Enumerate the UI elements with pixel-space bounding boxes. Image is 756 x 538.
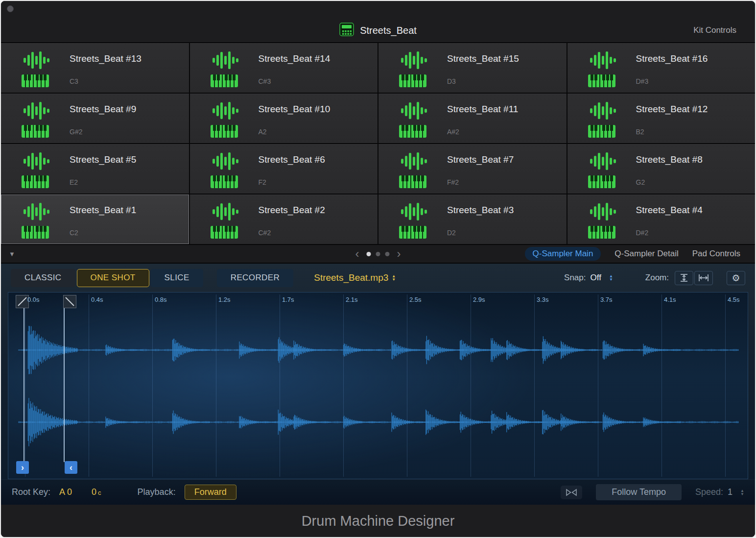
pad-name: Streets_Beat #13 bbox=[70, 53, 142, 64]
keyboard-icon bbox=[22, 175, 54, 190]
tab-q-sampler-main[interactable]: Q-Sampler Main bbox=[525, 247, 601, 261]
waveform-icon bbox=[399, 151, 431, 173]
root-key-value[interactable]: A 0 bbox=[59, 487, 72, 497]
pad-icons bbox=[588, 50, 620, 93]
recorder-button[interactable]: RECORDER bbox=[217, 269, 294, 287]
start-position-handle[interactable]: › bbox=[16, 461, 29, 474]
drum-pad[interactable]: Streets_Beat #11 A#2 bbox=[378, 94, 567, 143]
tab-pad-controls[interactable]: Pad Controls bbox=[692, 249, 740, 259]
pad-text: Streets_Beat #12 B2 bbox=[636, 101, 708, 143]
gear-icon[interactable]: ⚙︎ bbox=[727, 271, 745, 285]
pad-icons bbox=[399, 101, 431, 143]
waveform-area[interactable]: › ‹ 0.0s0.4s0.8s1.2s1.7s2.1s2.5s2.9s3.3s… bbox=[8, 292, 748, 479]
drum-pad[interactable]: Streets_Beat #12 B2 bbox=[567, 94, 756, 143]
pad-text: Streets_Beat #3 D2 bbox=[447, 202, 514, 244]
playback-mode-button[interactable]: Forward bbox=[185, 485, 236, 500]
keyboard-icon bbox=[588, 125, 620, 140]
drum-pad[interactable]: Streets_Beat #15 D3 bbox=[378, 43, 567, 93]
drum-pad[interactable]: Streets_Beat #3 D2 bbox=[378, 195, 567, 244]
fade-marker[interactable] bbox=[64, 298, 65, 462]
keyboard-icon bbox=[588, 226, 620, 241]
stepper-icon: ▲▼ bbox=[392, 274, 396, 281]
drum-pad[interactable]: Streets_Beat #9 G#2 bbox=[1, 94, 189, 143]
drum-pad[interactable]: Streets_Beat #13 C3 bbox=[1, 43, 189, 93]
pad-note-label: G#2 bbox=[70, 128, 136, 136]
pad-text: Streets_Beat #16 D#3 bbox=[636, 50, 708, 93]
fade-in-handle[interactable] bbox=[16, 295, 29, 308]
drum-pad[interactable]: Streets_Beat #5 E2 bbox=[1, 144, 189, 194]
slice-mode-button[interactable]: SLICE bbox=[151, 269, 203, 287]
time-tick-label: 0.8s bbox=[155, 296, 167, 303]
page-dot[interactable] bbox=[376, 252, 380, 256]
waveform-icon bbox=[211, 151, 243, 173]
sample-file-selector[interactable]: Streets_Beat.mp3 ▲▼ bbox=[314, 272, 396, 283]
drum-pad[interactable]: Streets_Beat #1 C2 bbox=[1, 195, 189, 244]
drum-pad[interactable]: Streets_Beat #2 C#2 bbox=[190, 195, 378, 244]
plugin-footer: Drum Machine Designer bbox=[1, 505, 755, 537]
pad-note-label: B2 bbox=[636, 128, 708, 136]
pad-icons bbox=[211, 202, 243, 244]
follow-tempo-button[interactable]: Follow Tempo bbox=[596, 484, 682, 500]
speed-control[interactable]: Speed: 1 ▲▼ bbox=[695, 487, 744, 497]
pad-icons bbox=[211, 50, 243, 93]
snap-control[interactable]: Snap: Off ▲▼ bbox=[564, 273, 613, 283]
pad-text: Streets_Beat #2 C#2 bbox=[259, 202, 325, 244]
next-page-icon[interactable]: › bbox=[397, 249, 401, 258]
time-tick-label: 0.0s bbox=[27, 296, 40, 303]
tune-value[interactable]: 0c bbox=[92, 487, 101, 497]
q-sampler-panel: CLASSIC ONE SHOT SLICE RECORDER Streets_… bbox=[1, 264, 755, 479]
sampler-tabs: Q-Sampler Main Q-Sampler Detail Pad Cont… bbox=[525, 247, 740, 261]
pad-name: Streets_Beat #4 bbox=[636, 205, 703, 216]
kit-controls-link[interactable]: Kit Controls bbox=[693, 19, 736, 42]
pad-note-label: F2 bbox=[259, 178, 325, 186]
titlebar: Streets_Beat Kit Controls bbox=[1, 1, 755, 42]
pad-note-label: C3 bbox=[70, 77, 142, 85]
keyboard-icon bbox=[588, 74, 620, 89]
drum-pad[interactable]: Streets_Beat #16 D#3 bbox=[567, 43, 756, 93]
pad-icons bbox=[211, 151, 243, 194]
loop-icon[interactable] bbox=[561, 486, 582, 499]
pad-note-label: F#2 bbox=[447, 178, 514, 186]
tab-q-sampler-detail[interactable]: Q-Sampler Detail bbox=[614, 249, 678, 259]
vertical-zoom-button[interactable] bbox=[675, 271, 693, 285]
pad-name: Streets_Beat #16 bbox=[636, 53, 708, 64]
drum-pad[interactable]: Streets_Beat #8 G2 bbox=[567, 144, 756, 194]
pad-name: Streets_Beat #3 bbox=[447, 205, 514, 216]
prev-page-icon[interactable]: ‹ bbox=[355, 249, 359, 258]
drum-pad[interactable]: Streets_Beat #6 F2 bbox=[190, 144, 378, 194]
stepper-icon: ▲▼ bbox=[609, 274, 613, 281]
classic-mode-button[interactable]: CLASSIC bbox=[11, 269, 75, 287]
pad-text: Streets_Beat #5 E2 bbox=[70, 151, 136, 194]
horizontal-zoom-button[interactable] bbox=[694, 271, 713, 285]
time-tick-label: 2.1s bbox=[346, 296, 358, 303]
pad-text: Streets_Beat #1 C2 bbox=[70, 202, 136, 244]
page-dots[interactable] bbox=[367, 252, 390, 256]
time-tick-label: 2.9s bbox=[473, 296, 485, 303]
window-close-button[interactable] bbox=[7, 5, 14, 12]
page-dot[interactable] bbox=[367, 252, 371, 256]
waveform-icon bbox=[211, 50, 243, 72]
waveform-icon bbox=[588, 202, 620, 223]
mode-buttons: CLASSIC ONE SHOT SLICE bbox=[11, 269, 203, 287]
drum-pad[interactable]: Streets_Beat #14 C#3 bbox=[190, 43, 378, 93]
speed-value: 1 bbox=[728, 487, 732, 497]
waveform-icon bbox=[22, 151, 54, 173]
page-controls: ‹ › bbox=[355, 249, 401, 258]
one-shot-mode-button[interactable]: ONE SHOT bbox=[77, 269, 149, 287]
pad-icons bbox=[22, 202, 54, 244]
snap-value: Off bbox=[591, 273, 601, 283]
title-row: Streets_Beat bbox=[1, 19, 755, 42]
pad-text: Streets_Beat #9 G#2 bbox=[70, 101, 136, 143]
fade-out-handle[interactable] bbox=[63, 295, 76, 308]
page-dot[interactable] bbox=[385, 252, 390, 256]
playback-label: Playback: bbox=[138, 487, 176, 497]
drum-pad[interactable]: Streets_Beat #4 D#2 bbox=[567, 195, 756, 244]
pad-note-label: D3 bbox=[447, 77, 519, 85]
drum-pad[interactable]: Streets_Beat #10 A2 bbox=[190, 94, 378, 143]
end-position-handle[interactable]: ‹ bbox=[65, 461, 77, 474]
collapse-triangle-icon[interactable]: ▼ bbox=[9, 250, 15, 258]
drum-pad[interactable]: Streets_Beat #7 F#2 bbox=[378, 144, 567, 194]
sample-start-marker[interactable] bbox=[24, 298, 24, 462]
pad-note-label: D2 bbox=[447, 229, 514, 237]
pad-icons bbox=[22, 50, 54, 93]
